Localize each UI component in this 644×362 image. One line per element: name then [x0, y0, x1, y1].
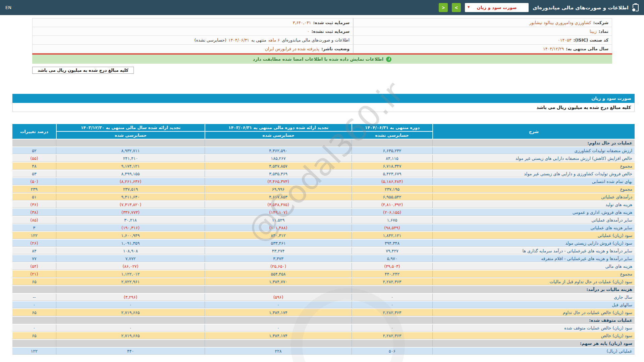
company-name-row: شرکت: کشاورزي ودامپروري بينالود نيشابور	[353, 18, 612, 27]
value-prior-year: ۱,۶۰۰,۹۴۹	[56, 232, 205, 239]
row-label: هزینه های مالی	[432, 263, 635, 270]
symbol-value: زبينا	[590, 29, 597, 34]
value-current-period	[352, 317, 432, 324]
value-current-period: ۵,۹۷۰	[352, 255, 432, 262]
symbol-label: نماد:	[599, 29, 608, 34]
row-label: سالهای قبل	[432, 301, 635, 308]
units-note-box: کلیه مبالغ درج شده به میلیون ریال می باش…	[32, 67, 134, 74]
value-percent-change: ۰	[12, 324, 56, 331]
value-prior-year: (۳,۲۹۶)	[56, 294, 205, 301]
row-label: عملیاتی (ریال)	[432, 348, 635, 355]
value-percent-change: ۳	[12, 224, 56, 231]
value-current-period: ۶,۷۱۸,۳۴۷	[352, 163, 432, 170]
issuer-status-value: پذيرفته شده در فرابورس ايران	[265, 46, 319, 51]
row-label: عملیات متوقف شده:	[432, 317, 635, 324]
table-row: سالهای قبل۰۰۰۰	[12, 301, 635, 308]
value-current-period: ۰	[352, 294, 432, 301]
company-header: شرکت: کشاورزي ودامپروري بينالود نيشابور …	[32, 18, 612, 74]
company-info-table: شرکت: کشاورزي ودامپروري بينالود نيشابور …	[32, 18, 612, 53]
table-row: عملیاتی (ریال)۵۰۶۲۲۸۴۴۰۱۲۲	[12, 348, 635, 355]
value-percent-change	[12, 317, 56, 324]
value-percent-change: (۳۸)	[12, 209, 56, 216]
value-prior-year: ۳۰,۲۱۸	[56, 217, 205, 224]
value-prior-year: ۸,۴۹۹,۱۵۵	[56, 170, 205, 177]
value-percent-change: (۵۴)	[12, 263, 56, 270]
value-percent-change: ۵۱	[12, 193, 56, 200]
registered-capital-value: ۳,۶۴۰,۰۳۱	[293, 20, 311, 25]
value-prior-year	[56, 317, 205, 324]
value-prior-midterm	[205, 340, 352, 347]
value-prior-midterm: ۰	[205, 301, 352, 308]
language-toggle-en[interactable]: EN	[5, 5, 11, 10]
row-label: خالص افزایش (کاهش) ارزش منصفانه دارایی ه…	[432, 155, 635, 162]
table-row: سایر درآمدها و هزینه های غیرعملیاتی - در…	[12, 247, 635, 254]
value-prior-midterm: ۴,۳۶۲,۵۹۰	[205, 147, 352, 154]
value-percent-change: (۲۱)	[12, 270, 56, 278]
registered-capital-row: سرمایه ثبت شده: ۳,۶۴۰,۰۳۱	[32, 18, 353, 27]
unregistered-capital-row: سرمایه ثبت نشده: ۰	[32, 27, 353, 36]
fiscal-year-label: سال مالی منتهی به:	[566, 46, 608, 51]
unregistered-capital-label: سرمایه ثبت نشده:	[311, 29, 350, 34]
value-prior-year	[56, 139, 205, 146]
value-prior-year: ۲۴۱,۴۱۰	[56, 155, 205, 162]
table-row: سایر درآمدهای عملیاتی۱,۶۷۵۱۱,۵۲۹۳۰,۲۱۸(۸…	[12, 217, 635, 224]
header-prior-midterm-audit-status: حسابرسی شده	[205, 132, 352, 139]
value-prior-midterm: (۵۹۶)	[205, 294, 352, 301]
section-row: سود (زیان) پایه هر سهم:	[12, 340, 635, 347]
unregistered-capital-value: ۰	[307, 29, 310, 34]
row-label: ارزش منصفانه تولیدات کشاورزی	[432, 147, 635, 154]
value-current-period: ۰	[352, 301, 432, 308]
page-title-group: اطلاعات و صورت‌های مالی میاندوره‌ای	[533, 4, 639, 11]
row-label: هزینه های تولید	[432, 201, 635, 208]
value-percent-change: ۵۳	[12, 170, 56, 177]
value-percent-change: (۲۶)	[12, 240, 56, 247]
value-prior-midterm: (۳,۵۴۸,۴۷۵)	[205, 201, 352, 208]
row-label: هزینه مالیات بر درآمد:	[432, 286, 635, 293]
row-label: سود (زیان) خالص عملیات در حال تداوم	[432, 309, 635, 316]
isic-value: ۰۱۴۰۵۳	[558, 38, 571, 43]
value-current-period: ۲,۲۸۲,۳۶۳	[352, 332, 432, 339]
row-label: سایر درآمدها و هزینه های غیرعملیاتی - در…	[432, 247, 635, 254]
prev-statement-button[interactable]: <	[439, 3, 448, 12]
isic-row: کد صنعت (ISIC): ۰۱۴۰۵۳	[353, 36, 612, 45]
value-prior-year: ۹,۴۱۱,۶۴۰	[56, 193, 205, 200]
row-label: سایر درآمدهای عملیاتی	[432, 217, 635, 224]
value-percent-change: ۰	[12, 301, 56, 308]
next-statement-button[interactable]: >	[452, 3, 461, 12]
value-prior-year	[56, 340, 205, 347]
value-percent-change: (۵۵)	[12, 155, 56, 162]
statement-type-dropdown[interactable]: ▾ صورت سود و زیان	[465, 3, 529, 12]
value-prior-midterm: ۴,۶۱۷,۸۵۳	[205, 193, 352, 200]
table-row: سال جاری۰(۵۹۶)(۳,۲۹۶)--	[12, 294, 635, 301]
value-current-period: (۴,۸۱۰,۳۹۲)	[352, 201, 432, 208]
value-prior-year: ۲۳۷,۵۱۹	[56, 186, 205, 193]
value-percent-change: (۵۰)	[12, 178, 56, 185]
header-prior-midterm: تجدید ارائه شده دوره مالی منتهی به ۱۴۰۳/…	[205, 124, 352, 131]
registered-capital-label: سرمایه ثبت شده:	[313, 20, 350, 25]
value-prior-midterm	[205, 286, 352, 293]
issuer-status-row: وضعیت ناشر: پذيرفته شده در فرابورس ايران	[32, 44, 353, 53]
row-label: مجموع	[432, 270, 635, 278]
row-label: سایر درآمدها و هزینه های غیرعملیاتی - اق…	[432, 255, 635, 262]
fiscal-year-value: ۱۴۰۴/۱۲/۲۹	[543, 46, 564, 51]
value-current-period: (۲۰۶,۱۵۵)	[352, 209, 432, 216]
row-label: سود (زیان) پایه هر سهم:	[432, 340, 635, 347]
section-row: عملیات متوقف شده:	[12, 317, 635, 324]
table-row: هزینه های مالی(۳۹,۵۰۳)(۲۵,۶۵۰)(۸۶,۰۲۷)(۵…	[12, 263, 635, 270]
value-prior-year: ۱۰۸,۹۰۸	[56, 247, 205, 254]
value-percent-change: ۶۵	[12, 309, 56, 316]
value-prior-year: ۲,۷۲۲,۹۶۱	[56, 278, 205, 285]
value-prior-year: ۰	[56, 324, 205, 331]
period-text-1: اطلاعات و صورت‌های مالی میاندوره‌ای	[282, 38, 350, 43]
header-prior-year: تجدید ارائه شده سال مالی منتهی به ۱۴۰۳/۱…	[56, 124, 205, 131]
clipboard-icon	[633, 4, 639, 11]
table-row: مجموع۶,۷۱۸,۳۴۷۴,۵۴۷,۸۵۷۹,۱۷۴,۱۲۱۴۸	[12, 163, 635, 170]
table-row: مجموع۲۳۷,۱۹۵۶۹,۹۹۶۲۳۷,۵۱۹۲۳۹	[12, 186, 635, 193]
value-percent-change: ۶۵	[12, 278, 56, 285]
value-prior-midterm: ۳,۳۷۳	[205, 255, 352, 262]
statement-section: صورت سود و زیان کلیه مبالغ درج شده به می…	[12, 94, 635, 355]
company-label: شرکت:	[593, 20, 608, 25]
header-percent-change: درصد تغییرات	[12, 124, 56, 139]
row-label: بهای تمام شده انتسابی	[432, 178, 635, 185]
issuer-status-label: وضعیت ناشر:	[321, 46, 350, 51]
